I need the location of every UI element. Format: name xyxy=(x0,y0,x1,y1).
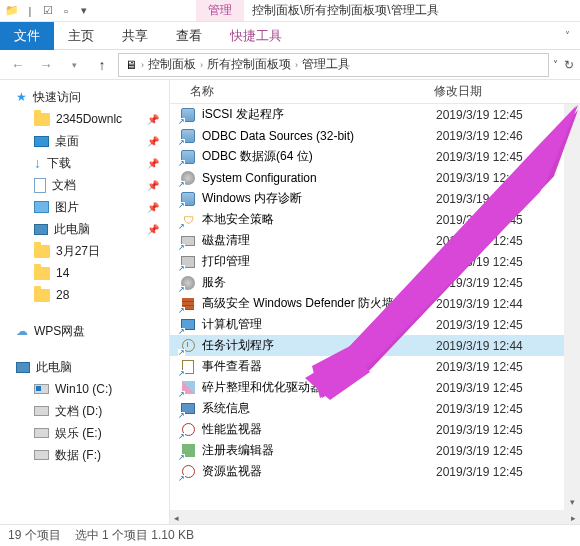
scroll-up-icon[interactable]: ▴ xyxy=(564,104,580,120)
nav-item[interactable]: 此电脑📌 xyxy=(0,218,169,240)
nav-item[interactable]: ↓下载📌 xyxy=(0,152,169,174)
pin-icon: 📌 xyxy=(147,180,159,191)
drive-label: 数据 (F:) xyxy=(55,447,101,464)
share-tab[interactable]: 共享 xyxy=(108,22,162,50)
selection-info: 选中 1 个项目 1.10 KB xyxy=(75,527,194,544)
wps-cloud[interactable]: ☁ WPS网盘 xyxy=(0,320,169,342)
file-row[interactable]: 事件查看器2019/3/19 12:45 xyxy=(170,356,564,377)
file-row[interactable]: 性能监视器2019/3/19 12:45 xyxy=(170,419,564,440)
shortcut-tools-tab[interactable]: 快捷工具 xyxy=(216,22,296,50)
breadcrumb-item[interactable]: 控制面板 xyxy=(146,56,198,73)
file-row[interactable]: 碎片整理和优化驱动器2019/3/19 12:45 xyxy=(170,377,564,398)
pin-icon: 📌 xyxy=(147,136,159,147)
nav-item[interactable]: 图片📌 xyxy=(0,196,169,218)
file-row[interactable]: 打印管理2019/3/19 12:45 xyxy=(170,251,564,272)
drive-icon xyxy=(34,384,49,394)
nav-item[interactable]: 2345Downlc📌 xyxy=(0,108,169,130)
qat-dropdown-icon[interactable]: ▾ xyxy=(76,3,92,19)
file-date: 2019/3/19 12:45 xyxy=(436,108,523,122)
scroll-right-icon[interactable]: ▸ xyxy=(567,513,580,523)
this-pc-root[interactable]: 此电脑 xyxy=(0,356,169,378)
nav-item[interactable]: 14 xyxy=(0,262,169,284)
scroll-left-icon[interactable]: ◂ xyxy=(170,513,183,523)
file-row[interactable]: 磁盘清理2019/3/19 12:45 xyxy=(170,230,564,251)
breadcrumb-root-icon[interactable]: 🖥 xyxy=(123,58,139,72)
pin-icon: 📌 xyxy=(147,114,159,125)
expand-ribbon-icon[interactable]: ˅ xyxy=(555,26,580,45)
forward-button[interactable]: → xyxy=(34,53,58,77)
file-icon xyxy=(180,422,196,438)
scrollbar[interactable]: ▴ ▾ xyxy=(564,104,580,510)
file-row[interactable]: 任务计划程序2019/3/19 12:44 xyxy=(170,335,564,356)
file-icon xyxy=(180,464,196,480)
file-row[interactable]: ODBC Data Sources (32-bit)2019/3/19 12:4… xyxy=(170,125,564,146)
file-name: 计算机管理 xyxy=(202,316,436,333)
up-button[interactable]: ↑ xyxy=(90,53,114,77)
nav-drive[interactable]: Win10 (C:) xyxy=(0,378,169,400)
file-row[interactable]: ODBC 数据源(64 位)2019/3/19 12:45 xyxy=(170,146,564,167)
breadcrumb-item[interactable]: 管理工具 xyxy=(300,56,352,73)
file-row[interactable]: 高级安全 Windows Defender 防火墙2019/3/19 12:44 xyxy=(170,293,564,314)
new-folder-icon[interactable]: ▫ xyxy=(58,3,74,19)
folder-icon[interactable]: 📁 xyxy=(4,3,20,19)
refresh-icon[interactable]: ↻ xyxy=(564,58,574,72)
nav-item[interactable]: 3月27日 xyxy=(0,240,169,262)
back-button[interactable]: ← xyxy=(6,53,30,77)
file-row[interactable]: 注册表编辑器2019/3/19 12:45 xyxy=(170,440,564,461)
contextual-tool-tab: 管理 xyxy=(196,0,244,21)
desktop-icon xyxy=(34,136,49,147)
file-name: 资源监视器 xyxy=(202,463,436,480)
home-tab[interactable]: 主页 xyxy=(54,22,108,50)
nav-item-label: 2345Downlc xyxy=(56,112,122,126)
file-row[interactable]: Windows 内存诊断2019/3/19 12:45 xyxy=(170,188,564,209)
file-row[interactable]: iSCSI 发起程序2019/3/19 12:45 xyxy=(170,104,564,125)
nav-item[interactable]: 28 xyxy=(0,284,169,306)
status-bar: 19 个项目 选中 1 个项目 1.10 KB xyxy=(0,524,580,546)
chevron-right-icon[interactable]: › xyxy=(141,60,144,70)
drive-icon xyxy=(34,406,49,416)
recent-locations-icon[interactable]: ▾ xyxy=(62,53,86,77)
file-icon xyxy=(180,107,196,123)
file-date: 2019/3/19 12:45 xyxy=(436,213,523,227)
drive-label: 娱乐 (E:) xyxy=(55,425,102,442)
nav-drive[interactable]: 数据 (F:) xyxy=(0,444,169,466)
file-row[interactable]: 服务2019/3/19 12:45 xyxy=(170,272,564,293)
pc-icon xyxy=(16,362,30,373)
file-tab[interactable]: 文件 xyxy=(0,22,54,50)
address-bar: ← → ▾ ↑ 🖥 › 控制面板 › 所有控制面板项 › 管理工具 ˅ ↻ xyxy=(0,50,580,80)
file-date: 2019/3/19 12:45 xyxy=(436,444,523,458)
quick-access-root[interactable]: ★ 快速访问 xyxy=(0,86,169,108)
breadcrumb-item[interactable]: 所有控制面板项 xyxy=(205,56,293,73)
file-date: 2019/3/19 12:45 xyxy=(436,192,523,206)
nav-item[interactable]: 文档📌 xyxy=(0,174,169,196)
column-date[interactable]: 修改日期 xyxy=(430,83,580,100)
chevron-right-icon[interactable]: › xyxy=(295,60,298,70)
properties-icon[interactable]: ☑ xyxy=(40,3,56,19)
qat-sep: | xyxy=(22,3,38,19)
file-row[interactable]: 资源监视器2019/3/19 12:45 xyxy=(170,461,564,482)
nav-drive[interactable]: 文档 (D:) xyxy=(0,400,169,422)
nav-drive[interactable]: 娱乐 (E:) xyxy=(0,422,169,444)
scroll-track[interactable] xyxy=(564,120,580,494)
view-tab[interactable]: 查看 xyxy=(162,22,216,50)
pc-icon xyxy=(34,224,48,235)
scroll-down-icon[interactable]: ▾ xyxy=(564,494,580,510)
file-name: 系统信息 xyxy=(202,400,436,417)
nav-item-label: 下载 xyxy=(47,155,71,172)
nav-item[interactable]: 桌面📌 xyxy=(0,130,169,152)
chevron-right-icon[interactable]: › xyxy=(200,60,203,70)
file-row[interactable]: 计算机管理2019/3/19 12:45 xyxy=(170,314,564,335)
file-row[interactable]: 🛡本地安全策略2019/3/19 12:45 xyxy=(170,209,564,230)
file-name: Windows 内存诊断 xyxy=(202,190,436,207)
file-row[interactable]: System Configuration2019/3/19 12:45 xyxy=(170,167,564,188)
file-name: 磁盘清理 xyxy=(202,232,436,249)
nav-item-label: 14 xyxy=(56,266,69,280)
file-date: 2019/3/19 12:45 xyxy=(436,276,523,290)
file-date: 2019/3/19 12:45 xyxy=(436,465,523,479)
drive-icon xyxy=(34,450,49,460)
breadcrumb[interactable]: 🖥 › 控制面板 › 所有控制面板项 › 管理工具 xyxy=(118,53,549,77)
file-date: 2019/3/19 12:45 xyxy=(436,360,523,374)
column-name[interactable]: 名称 xyxy=(170,83,430,100)
file-row[interactable]: 系统信息2019/3/19 12:45 xyxy=(170,398,564,419)
breadcrumb-dropdown-icon[interactable]: ˅ xyxy=(553,59,558,70)
